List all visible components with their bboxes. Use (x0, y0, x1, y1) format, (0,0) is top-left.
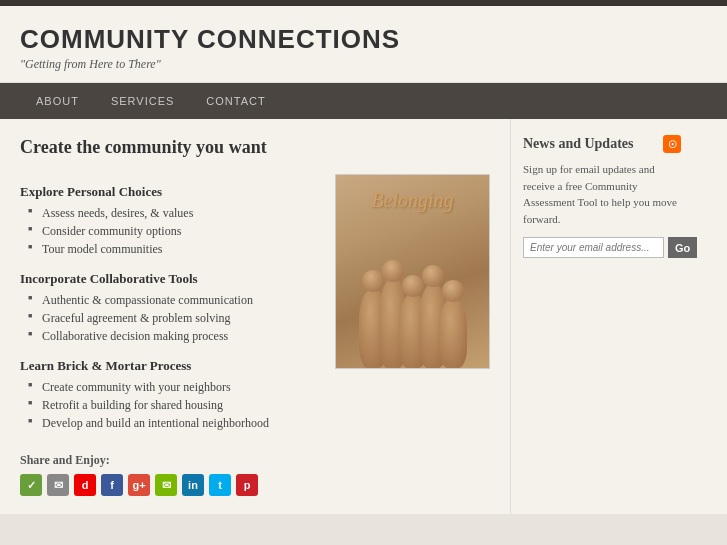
main-wrapper: Create the community you want Explore Pe… (0, 119, 727, 514)
list-item: Retrofit a building for shared housing (28, 398, 315, 413)
bullet-list: Authentic & compassionate communicationG… (28, 293, 315, 344)
sidebar-header: News and Updates ☉ (523, 135, 681, 153)
header: COMMUNITY CONNECTIONS "Getting from Here… (0, 6, 727, 83)
share-icon[interactable]: d (74, 474, 96, 496)
belonging-image: Belonging (335, 174, 490, 369)
list-item: Create community with your neighbors (28, 380, 315, 395)
site-tagline: "Getting from Here to There" (20, 57, 707, 72)
site-title: COMMUNITY CONNECTIONS (20, 24, 707, 55)
rss-icon[interactable]: ☉ (663, 135, 681, 153)
sidebar: News and Updates ☉ Sign up for email upd… (510, 119, 695, 514)
belonging-text: Belonging (371, 189, 453, 212)
share-icon[interactable]: in (182, 474, 204, 496)
list-item: Consider community options (28, 224, 315, 239)
go-button[interactable]: Go (668, 237, 697, 258)
section-title: Learn Brick & Mortar Process (20, 358, 315, 374)
sidebar-description: Sign up for email updates and receive a … (523, 161, 681, 227)
email-input[interactable] (523, 237, 664, 258)
list-item: Authentic & compassionate communication (28, 293, 315, 308)
share-label: Share and Enjoy: (20, 453, 490, 468)
nav-item-services[interactable]: SERVICES (95, 83, 190, 119)
bullet-list: Assess needs, desires, & valuesConsider … (28, 206, 315, 257)
content-image-row: Explore Personal ChoicesAssess needs, de… (20, 170, 490, 435)
page-main-title: Create the community you want (20, 137, 490, 158)
content-area: Create the community you want Explore Pe… (0, 119, 510, 514)
share-icons: ✓✉dfg+✉intp (20, 474, 490, 496)
nav-bar: ABOUTSERVICESCONTACT (0, 83, 727, 119)
share-icon[interactable]: p (236, 474, 258, 496)
share-icon[interactable]: ✓ (20, 474, 42, 496)
list-item: Collaborative decision making process (28, 329, 315, 344)
email-row: Go (523, 237, 681, 258)
share-icon[interactable]: g+ (128, 474, 150, 496)
news-title: News and Updates (523, 136, 633, 152)
share-icon[interactable]: f (101, 474, 123, 496)
share-icon[interactable]: t (209, 474, 231, 496)
list-item: Graceful agreement & problem solving (28, 311, 315, 326)
list-item: Develop and build an intentional neighbo… (28, 416, 315, 431)
section-title: Incorporate Collaborative Tools (20, 271, 315, 287)
share-icon[interactable]: ✉ (47, 474, 69, 496)
list-item: Tour model communities (28, 242, 315, 257)
content-text: Explore Personal ChoicesAssess needs, de… (20, 170, 315, 435)
share-section: Share and Enjoy: ✓✉dfg+✉intp (20, 453, 490, 496)
list-item: Assess needs, desires, & values (28, 206, 315, 221)
bullet-list: Create community with your neighborsRetr… (28, 380, 315, 431)
section-title: Explore Personal Choices (20, 184, 315, 200)
clay-figure (439, 298, 467, 368)
nav-item-about[interactable]: ABOUT (20, 83, 95, 119)
nav-item-contact[interactable]: CONTACT (190, 83, 281, 119)
share-icon[interactable]: ✉ (155, 474, 177, 496)
clay-figures (336, 228, 489, 368)
